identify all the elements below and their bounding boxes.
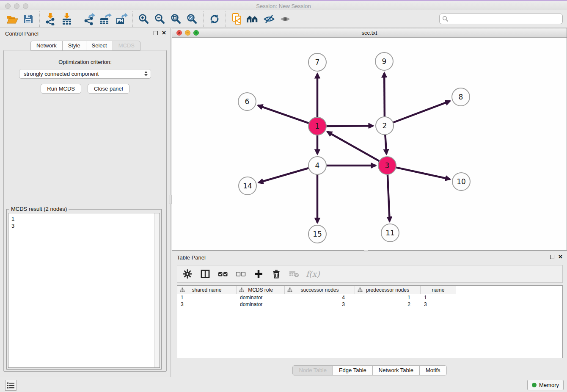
- graph-edge-4-14[interactable]: [259, 168, 311, 183]
- search-field[interactable]: [439, 14, 563, 24]
- toolbar-separator: [39, 11, 40, 27]
- control-panel-title: Control Panel: [5, 30, 39, 37]
- tab-network-table[interactable]: Network Table: [372, 365, 420, 375]
- column-header-predecessor-nodes[interactable]: predecessor nodes: [355, 286, 421, 294]
- function-builder-fx-icon: f(x): [306, 269, 320, 279]
- close-panel-icon[interactable]: ✕: [162, 31, 166, 35]
- column-header-shared-name[interactable]: shared name: [177, 286, 237, 294]
- create-column-plus-icon[interactable]: [253, 268, 264, 280]
- mcds-result-line: 1: [11, 215, 157, 222]
- result-scrollbar[interactable]: [154, 213, 160, 367]
- graph-node-4[interactable]: 4: [308, 157, 326, 174]
- svg-text:10: 10: [457, 177, 466, 186]
- column-tree-icon: [358, 287, 363, 293]
- svg-text:9: 9: [382, 57, 387, 66]
- graph-node-10[interactable]: 10: [452, 173, 470, 190]
- column-header-mcds-role[interactable]: MCDS role: [237, 286, 285, 294]
- column-header-successor-nodes[interactable]: successor nodes: [285, 286, 355, 294]
- memory-button[interactable]: Memory: [527, 380, 564, 390]
- graph-node-2[interactable]: 2: [376, 117, 394, 135]
- close-panel-button[interactable]: Close panel: [88, 84, 129, 94]
- export-image-icon[interactable]: [113, 11, 129, 27]
- graph-edge-2-8[interactable]: [391, 101, 450, 123]
- import-table-icon[interactable]: [59, 11, 75, 27]
- close-table-panel-icon[interactable]: ✕: [558, 255, 563, 259]
- tab-motifs[interactable]: Motifs: [419, 365, 447, 375]
- zoom-in-icon[interactable]: [136, 11, 152, 27]
- graph-node-6[interactable]: 6: [238, 93, 256, 110]
- cell-name[interactable]: 3: [421, 301, 456, 308]
- graph-node-1[interactable]: 1: [308, 117, 326, 135]
- tab-style[interactable]: Style: [62, 41, 86, 51]
- tab-network[interactable]: Network: [30, 41, 63, 51]
- float-panel-icon[interactable]: [154, 31, 158, 35]
- graph-node-7[interactable]: 7: [308, 53, 326, 71]
- hide-selected-icon[interactable]: [261, 11, 277, 27]
- table-row[interactable]: 3 dominator 3 2 3: [177, 301, 562, 308]
- cell-mcds-role[interactable]: dominator: [237, 301, 285, 308]
- graph-edge-3-10[interactable]: [394, 167, 450, 179]
- cell-shared-name[interactable]: 3: [177, 301, 237, 308]
- graph-edge-2-9[interactable]: [384, 73, 385, 119]
- cell-predecessor-nodes[interactable]: 2: [355, 301, 421, 308]
- refresh-icon[interactable]: [206, 11, 223, 27]
- control-panel: Control Panel ✕ Network Style Select MCD…: [0, 28, 171, 377]
- graph-node-8[interactable]: 8: [452, 88, 470, 106]
- graph-edge-3-11[interactable]: [388, 173, 390, 221]
- toolbar-separator: [226, 11, 226, 27]
- toolbar-separator: [132, 11, 133, 27]
- task-history-button[interactable]: [5, 380, 17, 391]
- show-all-icon[interactable]: [277, 11, 293, 27]
- graph-node-11[interactable]: 11: [381, 224, 399, 242]
- graph-edge-2-3[interactable]: [385, 133, 386, 154]
- tab-node-table[interactable]: Node Table: [292, 365, 333, 375]
- graph-edge-3-1[interactable]: [328, 132, 381, 162]
- zoom-out-icon[interactable]: [152, 11, 168, 27]
- cell-mcds-role[interactable]: dominator: [237, 294, 285, 301]
- show-columns-icon[interactable]: [199, 268, 211, 280]
- zoom-fit-icon[interactable]: [168, 11, 184, 27]
- cell-successor-nodes[interactable]: 4: [285, 294, 355, 301]
- mcds-result-textarea[interactable]: 1 3: [8, 213, 160, 368]
- first-neighbors-icon[interactable]: [245, 11, 261, 27]
- tab-edge-table[interactable]: Edge Table: [333, 365, 373, 375]
- search-icon: [442, 16, 449, 22]
- graph-node-15[interactable]: 15: [308, 225, 326, 243]
- float-table-panel-icon[interactable]: [550, 255, 554, 259]
- run-mcds-button[interactable]: Run MCDS: [41, 84, 81, 94]
- graph-edge-1-2[interactable]: [325, 126, 373, 126]
- delete-column-trash-icon[interactable]: [270, 268, 282, 280]
- duplicate-network-icon[interactable]: [229, 11, 245, 27]
- delete-table-icon-disabled: [288, 268, 300, 280]
- deselect-all-columns-icon[interactable]: [235, 268, 247, 280]
- cell-name[interactable]: 1: [421, 294, 456, 301]
- column-header-name[interactable]: name: [421, 286, 456, 294]
- table-row[interactable]: 1 dominator 4 1 1: [177, 294, 562, 301]
- graph-node-9[interactable]: 9: [375, 52, 393, 70]
- column-tree-icon: [239, 287, 244, 293]
- table-settings-gear-icon[interactable]: [182, 268, 193, 280]
- tab-mcds[interactable]: MCDS: [113, 41, 140, 51]
- memory-status-icon: [532, 383, 537, 387]
- graph-edge-1-6[interactable]: [258, 105, 310, 124]
- open-session-icon[interactable]: [4, 11, 20, 27]
- export-network-icon[interactable]: [81, 11, 97, 27]
- cell-shared-name[interactable]: 1: [177, 294, 237, 301]
- vertical-splitter-grip[interactable]: [169, 195, 172, 204]
- tab-select[interactable]: Select: [86, 41, 113, 51]
- cell-successor-nodes[interactable]: 3: [285, 301, 355, 308]
- search-input[interactable]: [449, 16, 560, 22]
- graph-node-14[interactable]: 14: [239, 177, 256, 195]
- select-all-columns-icon[interactable]: [217, 268, 229, 280]
- optimization-criterion-select[interactable]: strongly connected component: [19, 69, 151, 79]
- zoom-selected-icon[interactable]: [184, 11, 200, 27]
- column-tree-icon: [287, 287, 292, 293]
- network-canvas[interactable]: 7968124314101511: [172, 38, 567, 250]
- save-session-icon[interactable]: [20, 11, 36, 27]
- cell-predecessor-nodes[interactable]: 1: [355, 294, 421, 301]
- graph-node-3[interactable]: 3: [378, 157, 396, 174]
- export-table-icon[interactable]: [97, 11, 113, 27]
- mcds-result-title: MCDS result (2 nodes): [9, 206, 69, 212]
- svg-text:7: 7: [315, 58, 320, 66]
- import-network-icon[interactable]: [43, 11, 59, 27]
